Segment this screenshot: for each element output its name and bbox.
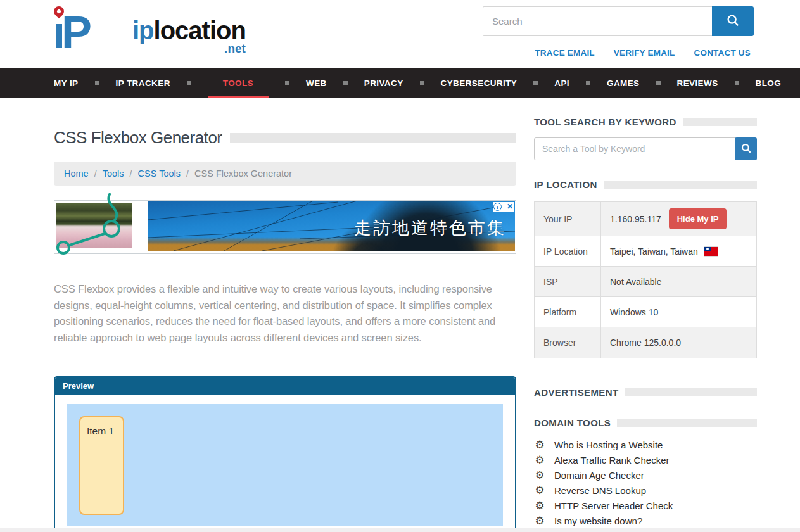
nav-item-api[interactable]: API (554, 68, 569, 98)
sidebar: TOOL SEARCH BY KEYWORD IP LOCATION (534, 98, 757, 532)
nav-separator-icon (187, 81, 191, 86)
breadcrumb-separator: / (186, 168, 189, 179)
breadcrumb-home-link[interactable]: Home (64, 168, 89, 179)
taiwan-flag-icon (704, 247, 718, 256)
header-search (483, 6, 754, 36)
main-column: CSS Flexbox Generator Home / Tools / CSS… (54, 98, 516, 532)
preview-panel-header: Preview (55, 377, 515, 395)
contact-us-link[interactable]: CONTACT US (694, 48, 751, 58)
nav-separator-icon (343, 81, 348, 86)
page: ıP iplocation .net TRACE EMAIL (0, 0, 800, 532)
nav-separator-icon (735, 81, 739, 86)
domain-tool-http-header[interactable]: ⚙ HTTP Server Header Check (534, 500, 757, 511)
table-row: Browser Chrome 125.0.0.0 (535, 327, 756, 358)
flexbox-preview-container: Item 1 (67, 404, 503, 526)
main-nav: MY IP IP TRACKER TOOLS WEB PRIVACY CYBER… (0, 68, 800, 98)
logo-wordmark: iplocation .net (132, 18, 246, 56)
breadcrumb-tools-link[interactable]: Tools (103, 168, 124, 179)
ad-info-icon[interactable]: i (493, 203, 502, 211)
heading-decoration-bar (625, 388, 757, 396)
nav-item-tools[interactable]: TOOLS (208, 68, 269, 98)
nav-item-cybersecurity[interactable]: CYBERSECURITY (441, 68, 517, 98)
nav-separator-icon (285, 81, 289, 86)
nav-separator-icon (656, 81, 661, 86)
site-logo[interactable]: ıP iplocation .net (53, 5, 246, 60)
domain-tools-list: ⚙ Who is Hosting a Website ⚙ Alexa Traff… (534, 440, 757, 532)
page-title: CSS Flexbox Generator (54, 128, 222, 148)
ad-banner[interactable]: 走訪地道特色市集 i ✕ (54, 200, 516, 254)
your-ip-value: 1.160.95.117 (610, 214, 661, 224)
breadcrumb: Home / Tools / CSS Tools / CSS Flexbox G… (54, 162, 516, 186)
search-icon (726, 13, 740, 29)
ad-left-image (56, 203, 132, 248)
logo-mark: ıP (53, 5, 130, 60)
gear-icon: ⚙ (534, 455, 545, 466)
table-row: IP Location Taipei, Taiwan, Taiwan (535, 236, 756, 267)
nav-separator-icon (420, 81, 424, 86)
flexbox-preview-item[interactable]: Item 1 (79, 416, 124, 515)
platform-value: Windows 10 (610, 307, 658, 317)
header-search-button[interactable] (712, 6, 754, 36)
preview-panel: Preview Item 1 (54, 376, 516, 532)
logo-word-location: location (154, 16, 246, 44)
heading-decoration-bar (683, 118, 757, 126)
nav-item-ip-tracker[interactable]: IP TRACKER (116, 68, 170, 98)
hide-my-ip-button[interactable]: Hide My IP (669, 208, 727, 229)
domain-tool-alexa-rank[interactable]: ⚙ Alexa Traffic Rank Checker (534, 455, 757, 466)
heading-decoration-bar (604, 180, 757, 189)
tool-search-heading: TOOL SEARCH BY KEYWORD (534, 117, 757, 127)
gear-icon: ⚙ (534, 500, 545, 511)
search-icon (740, 142, 752, 156)
nav-item-my-ip[interactable]: MY IP (54, 68, 79, 98)
domain-tools-heading: DOMAIN TOOLS (534, 417, 757, 428)
site-header: ıP iplocation .net TRACE EMAIL (0, 0, 800, 68)
gear-icon: ⚙ (534, 440, 545, 450)
header-search-input[interactable] (483, 6, 712, 36)
breadcrumb-current: CSS Flexbox Generator (194, 168, 292, 179)
preview-panel-body: Item 1 (55, 395, 515, 532)
tool-search-button[interactable] (735, 137, 757, 160)
gear-icon: ⚙ (534, 470, 545, 481)
breadcrumb-separator: / (130, 168, 132, 179)
isp-value: Not Available (610, 277, 661, 287)
ip-location-value: Taipei, Taiwan, Taiwan (610, 246, 698, 256)
nav-item-web[interactable]: WEB (306, 68, 327, 98)
domain-tool-domain-age[interactable]: ⚙ Domain Age Checker (534, 470, 757, 481)
breadcrumb-css-tools-link[interactable]: CSS Tools (138, 168, 181, 179)
title-decoration-bar (230, 133, 516, 143)
ad-right-image: 走訪地道特色市集 (148, 201, 515, 251)
ad-close-icon[interactable]: ✕ (504, 203, 514, 211)
content-area: CSS Flexbox Generator Home / Tools / CSS… (0, 98, 800, 532)
nav-item-games[interactable]: GAMES (607, 68, 640, 98)
breadcrumb-separator: / (94, 168, 97, 179)
title-row: CSS Flexbox Generator (54, 128, 516, 148)
domain-tool-website-down[interactable]: ⚙ Is my website down? (534, 516, 757, 526)
ad-overlay-text: 走訪地道特色市集 (354, 217, 506, 239)
ip-location-heading: IP LOCATION (534, 179, 757, 190)
heading-decoration-bar (617, 419, 757, 427)
nav-separator-icon (95, 81, 99, 86)
table-row: Platform Windows 10 (535, 297, 756, 327)
verify-email-link[interactable]: VERIFY EMAIL (614, 48, 675, 58)
browser-value: Chrome 125.0.0.0 (610, 338, 681, 348)
trace-email-link[interactable]: TRACE EMAIL (535, 48, 594, 58)
nav-item-reviews[interactable]: REVIEWS (677, 68, 718, 98)
nav-item-blog[interactable]: BLOG (756, 68, 782, 98)
logo-word-ip: ip (132, 16, 154, 44)
table-row: ISP Not Available (535, 267, 756, 297)
nav-separator-icon (586, 81, 590, 86)
advertisement-heading: ADVERTISEMENT (534, 387, 757, 398)
domain-tool-who-is-hosting[interactable]: ⚙ Who is Hosting a Website (534, 440, 757, 450)
header-quick-links: TRACE EMAIL VERIFY EMAIL CONTACT US (535, 48, 751, 58)
tool-search (534, 137, 757, 160)
domain-tool-reverse-dns[interactable]: ⚙ Reverse DNS Lookup (534, 485, 757, 496)
ad-controls: i ✕ (493, 202, 514, 212)
gear-icon: ⚙ (534, 516, 545, 526)
tool-search-input[interactable] (534, 137, 736, 160)
ip-location-table: Your IP 1.160.95.117 Hide My IP IP Locat… (534, 201, 757, 358)
table-row: Your IP 1.160.95.117 Hide My IP (535, 202, 756, 236)
nav-item-privacy[interactable]: PRIVACY (364, 68, 403, 98)
footer-strip (0, 528, 800, 532)
ad-route-graphic (48, 192, 143, 262)
gear-icon: ⚙ (534, 485, 545, 496)
